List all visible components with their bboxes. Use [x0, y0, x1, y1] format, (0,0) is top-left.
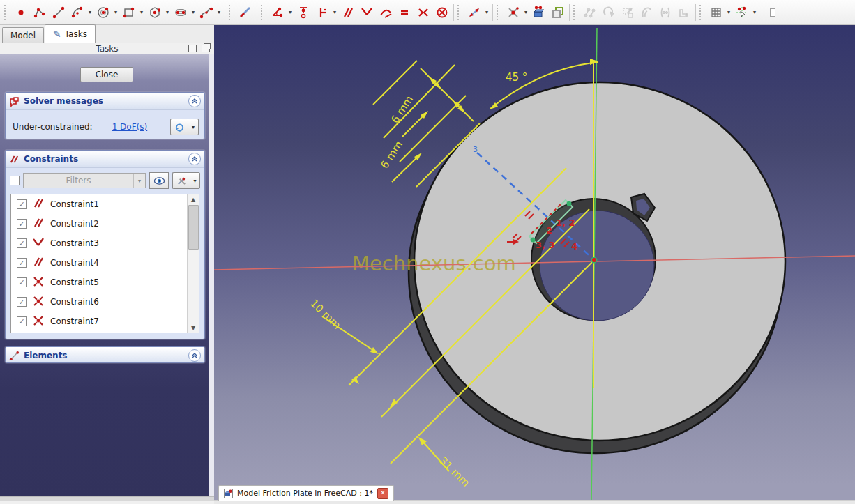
slot-endpoint[interactable]	[567, 201, 572, 206]
carbon-copy-button[interactable]	[548, 3, 567, 22]
tab-tasks-label: Tasks	[65, 29, 87, 39]
elements-collapse-chevron[interactable]	[188, 349, 201, 362]
constraint-row[interactable]: Constraint7	[11, 312, 199, 331]
constrain-parallel-button[interactable]	[338, 3, 357, 22]
constraint-visibility-checkbox[interactable]	[17, 238, 27, 248]
create-bspline-dropdown-arrow[interactable]: ▾	[215, 3, 222, 22]
filters-combobox[interactable]: Filters ▾	[23, 173, 146, 188]
close-task-button[interactable]: Close	[80, 67, 133, 82]
trim-edge-dropdown-arrow[interactable]: ▾	[522, 3, 529, 22]
map-sketch-to-face-icon	[532, 6, 546, 20]
dock-panel-icon[interactable]	[188, 45, 197, 52]
create-line-button[interactable]	[49, 3, 68, 22]
grid-toggle-button[interactable]	[706, 3, 725, 22]
panel-scrollbar-track[interactable]	[209, 54, 214, 497]
auto-update-icon[interactable]	[170, 119, 188, 135]
create-arc-dropdown-arrow[interactable]: ▾	[86, 3, 93, 22]
dof-link[interactable]: 1 DoF(s)	[112, 122, 148, 132]
constrain-block-button[interactable]	[432, 3, 451, 22]
create-point-icon	[14, 6, 28, 20]
tasks-panel: Close Solver messages Under-constrained:…	[0, 54, 214, 501]
document-tab[interactable]: Model Friction Plate in FreeCAD : 1* ✕	[218, 485, 394, 501]
constrain-point-on-object-button[interactable]	[294, 3, 312, 22]
create-polyline-button[interactable]	[30, 3, 49, 22]
toolbar-drag-handle[interactable]	[457, 5, 462, 20]
constrain-distance-dropdown-arrow[interactable]: ▾	[483, 3, 490, 22]
constraints-header[interactable]: Constraints	[6, 151, 204, 168]
constraint-settings-button[interactable]	[172, 172, 190, 189]
constraint-row[interactable]: Constraint1	[11, 194, 199, 214]
constraint-visibility-checkbox[interactable]	[17, 297, 27, 307]
constrain-distance-button[interactable]	[464, 3, 483, 22]
create-circle-dropdown-arrow[interactable]: ▾	[112, 3, 119, 22]
constrain-perpendicular-button[interactable]	[357, 3, 376, 22]
tab-model[interactable]: Model	[2, 27, 44, 43]
float-panel-icon[interactable]	[202, 45, 210, 52]
constraint-row[interactable]: Constraint4	[11, 253, 199, 273]
constraints-title: Constraints	[24, 154, 78, 164]
constraint-row[interactable]: Constraint5	[11, 273, 199, 292]
toolbar-drag-handle[interactable]	[699, 5, 704, 20]
slot-endpoint[interactable]	[531, 238, 536, 243]
create-bspline-button[interactable]	[197, 3, 215, 22]
snap-toggle-dropdown-arrow[interactable]: ▾	[751, 3, 758, 22]
constraint-row[interactable]: Constraint3	[11, 234, 199, 253]
tab-tasks[interactable]: ✎ Tasks	[45, 24, 96, 43]
document-close-icon[interactable]: ✕	[377, 488, 388, 499]
toolbar-drag-handle[interactable]	[261, 5, 265, 20]
toolbar-drag-handle[interactable]	[4, 5, 8, 20]
constrain-symmetric-button[interactable]	[414, 3, 432, 22]
constraint-row[interactable]: Constraint6	[11, 292, 199, 312]
3d-viewport[interactable]: Mechnexus.com 3	[214, 25, 855, 504]
map-sketch-to-face-button[interactable]	[529, 3, 548, 22]
constraint-list-scrollbar[interactable]: ▲ ▼	[187, 194, 199, 333]
create-point-button[interactable]	[11, 3, 30, 22]
auto-update-dropdown[interactable]: ▾	[188, 119, 199, 135]
create-arc-button[interactable]	[68, 3, 86, 22]
create-circle-icon	[96, 6, 110, 20]
toolbar-drag-handle[interactable]	[497, 5, 501, 20]
constrain-angle-button[interactable]	[268, 3, 287, 22]
elements-header[interactable]: Elements	[6, 347, 204, 363]
snap-toggle-button[interactable]	[732, 3, 751, 22]
constraint-visibility-checkbox[interactable]	[17, 199, 27, 209]
constraint-visibility-checkbox[interactable]	[17, 277, 27, 287]
constraint-settings-dropdown[interactable]: ▾	[190, 172, 200, 189]
constrain-tangent-button[interactable]	[376, 3, 395, 22]
filter-enable-checkbox[interactable]	[10, 176, 20, 185]
constrain-equal-button[interactable]	[395, 3, 414, 22]
solver-messages-header[interactable]: Solver messages	[6, 93, 204, 110]
create-slot-dropdown-arrow[interactable]: ▾	[190, 3, 197, 22]
scrollbar-thumb[interactable]	[188, 205, 199, 250]
constraint-row[interactable]: Constraint2	[11, 214, 199, 234]
create-rectangle-dropdown-arrow[interactable]: ▾	[138, 3, 145, 22]
constrain-vertical-horizontal-button[interactable]	[312, 3, 331, 22]
scroll-down-arrow[interactable]: ▼	[188, 323, 199, 333]
length-dimension-label: 31 mm	[437, 455, 472, 489]
constrain-angle-dropdown-arrow[interactable]: ▾	[287, 3, 294, 22]
scroll-up-arrow[interactable]: ▲	[188, 194, 199, 204]
constraints-collapse-chevron[interactable]	[188, 153, 201, 165]
create-polygon-dropdown-arrow[interactable]: ▾	[164, 3, 171, 22]
sketch-view[interactable]: Mechnexus.com 3	[214, 25, 855, 504]
create-slot-button[interactable]	[171, 3, 190, 22]
toolbar-drag-handle[interactable]	[229, 5, 233, 20]
external-geometry-button[interactable]	[236, 3, 255, 22]
solver-collapse-chevron[interactable]	[188, 95, 201, 107]
show-hide-constraints-button[interactable]	[149, 172, 169, 189]
constraint-visibility-checkbox[interactable]	[17, 258, 27, 268]
constraint-visibility-checkbox[interactable]	[17, 316, 27, 326]
trim-edge-button[interactable]	[504, 3, 522, 22]
constraint-list: Constraint1Constraint2Constraint3Constra…	[10, 194, 199, 333]
create-rectangle-button[interactable]	[119, 3, 138, 22]
create-circle-button[interactable]	[93, 3, 112, 22]
origin-point[interactable]	[592, 258, 596, 262]
create-polygon-button[interactable]	[145, 3, 164, 22]
render-order-button[interactable]	[758, 3, 777, 22]
grid-toggle-dropdown-arrow[interactable]: ▾	[725, 3, 732, 22]
constrain-vertical-horizontal-dropdown-arrow[interactable]: ▾	[331, 3, 338, 22]
toolbar-drag-handle[interactable]	[573, 5, 577, 20]
rotate-tool-button	[599, 3, 618, 22]
constraint-visibility-checkbox[interactable]	[17, 219, 27, 229]
panel-tab-bar: Model ✎ Tasks	[0, 25, 214, 43]
